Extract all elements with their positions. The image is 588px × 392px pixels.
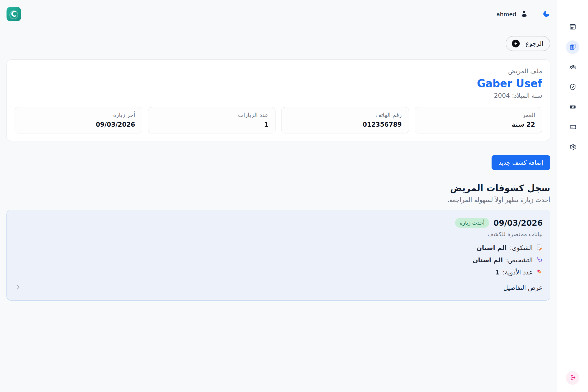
visit-row-value: 1	[495, 269, 500, 276]
patient-name: Gaber Usef	[15, 77, 542, 89]
gear-icon	[569, 144, 576, 151]
user-cluster: ahmed	[497, 9, 550, 19]
sidebar-item-payments[interactable]	[566, 101, 579, 114]
stethoscope-icon	[536, 256, 543, 264]
visit-row-label: الشكوى:	[510, 244, 533, 252]
visit-summary-label: بيانات مختصرة للكشف	[14, 231, 543, 237]
stat-card-visit-count: عدد الزيارات 1	[148, 107, 276, 133]
logo-letter: C	[11, 10, 17, 18]
back-button-label: الرجوع	[525, 40, 543, 47]
stat-label: رقم الهاتف	[288, 112, 402, 118]
chevron-right-icon	[14, 283, 22, 292]
stat-value: 012356789	[288, 121, 402, 128]
visit-row-medications: عدد الأدوية: 1	[14, 268, 543, 277]
visit-card[interactable]: 09/03/2026 أحدث زيارة بيانات مختصرة للكش…	[7, 210, 550, 301]
sidebar-footer	[557, 363, 588, 392]
topbar: ahmed C	[7, 7, 550, 21]
people-icon	[569, 63, 576, 71]
sidebar-nav	[566, 0, 579, 154]
sidebar-item-insurance[interactable]	[566, 81, 579, 94]
visit-head: 09/03/2026 أحدث زيارة	[14, 218, 543, 228]
visit-row-diagnosis: التشخيص: الم اسنان	[14, 256, 543, 264]
sidebar-item-settings[interactable]	[566, 141, 579, 154]
stat-label: العمر	[422, 112, 535, 118]
visit-row-label: عدد الأدوية:	[503, 269, 533, 276]
visit-row-value: الم اسنان	[477, 244, 507, 252]
visit-rows: الشكوى: الم اسنان التشخيص: الم اسنان	[14, 244, 543, 277]
moon-icon	[542, 10, 550, 19]
visit-row-complaint: الشكوى: الم اسنان	[14, 244, 543, 252]
logout-icon	[569, 374, 576, 382]
stat-value: 22 سنة	[422, 121, 535, 128]
sidebar-item-tickets[interactable]	[566, 121, 579, 134]
patient-file-card: ملف المريض Gaber Usef سنة الميلاد: 2004 …	[7, 59, 550, 141]
app-root: ahmed C الرجوع ملف المريض Gaber Usef سنة…	[0, 0, 588, 392]
calendar-icon	[569, 23, 576, 31]
memo-icon	[536, 244, 543, 252]
pill-icon	[536, 268, 543, 277]
back-button[interactable]: الرجوع	[506, 36, 550, 51]
patient-birth-year: سنة الميلاد: 2004	[15, 92, 542, 99]
banknote-icon	[569, 103, 576, 111]
add-exam-button[interactable]: إضافة كشف جديد	[492, 155, 550, 170]
logout-button[interactable]	[566, 371, 579, 385]
sidebar-item-patients[interactable]	[566, 60, 579, 74]
stat-card-last-visit: أخر زيارة 09/03/2026	[15, 107, 142, 133]
arrow-left-circle-icon	[512, 40, 520, 47]
user-chip[interactable]: ahmed	[497, 9, 528, 19]
stat-value: 1	[155, 121, 269, 128]
stat-label: عدد الزيارات	[155, 112, 269, 118]
stat-value: 09/03/2026	[22, 121, 135, 128]
sidebar-item-calendar[interactable]	[566, 20, 579, 34]
ticket-icon	[569, 124, 576, 131]
stat-card-phone: رقم الهاتف 012356789	[281, 107, 409, 133]
view-details-button[interactable]: عرض التفاصيل	[503, 284, 543, 291]
theme-toggle-button[interactable]	[542, 10, 550, 19]
stat-card-age: العمر 22 سنة	[415, 107, 542, 133]
app-logo[interactable]: C	[7, 7, 21, 21]
clipboard-list-icon	[569, 43, 576, 51]
history-title: سجل كشوفات المريض	[7, 183, 550, 193]
visit-footer: عرض التفاصيل	[14, 283, 543, 292]
sidebar-item-records[interactable]	[566, 40, 579, 54]
expand-visit-button[interactable]	[14, 283, 22, 292]
stat-label: أخر زيارة	[22, 112, 135, 118]
sidebar	[557, 0, 588, 392]
shield-check-icon	[569, 83, 576, 91]
visit-date: 09/03/2026	[493, 218, 543, 228]
patient-file-eyebrow: ملف المريض	[15, 68, 542, 75]
main-content: ahmed C الرجوع ملف المريض Gaber Usef سنة…	[0, 0, 557, 392]
visit-row-value: الم اسنان	[473, 256, 503, 264]
visit-row-label: التشخيص:	[506, 256, 533, 264]
user-icon	[520, 9, 528, 19]
latest-visit-badge: أحدث زيارة	[455, 218, 489, 228]
history-subtitle: أحدث زيارة تظهر أولاً لسهولة المراجعة.	[7, 196, 550, 204]
patient-stats-row: العمر 22 سنة رقم الهاتف 012356789 عدد ال…	[15, 107, 542, 133]
username: ahmed	[497, 11, 516, 17]
